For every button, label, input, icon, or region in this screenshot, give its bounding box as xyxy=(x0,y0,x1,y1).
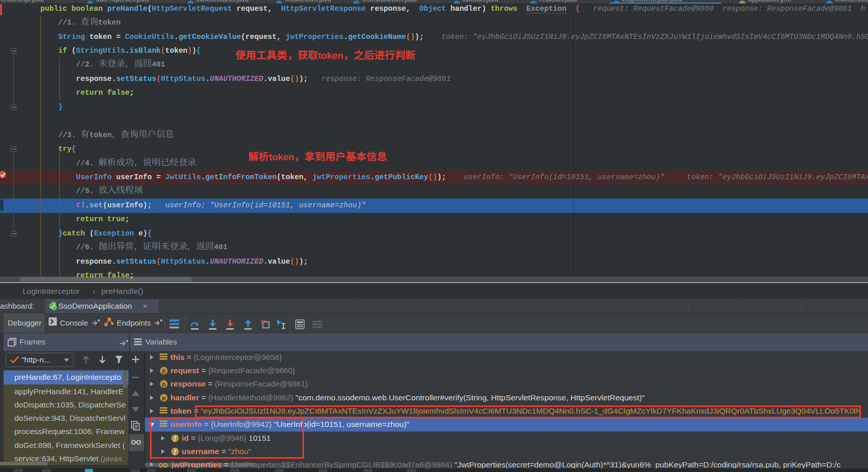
svg-text:p: p xyxy=(162,381,165,387)
svg-text:p: p xyxy=(162,368,165,374)
svg-text:p: p xyxy=(162,395,165,401)
